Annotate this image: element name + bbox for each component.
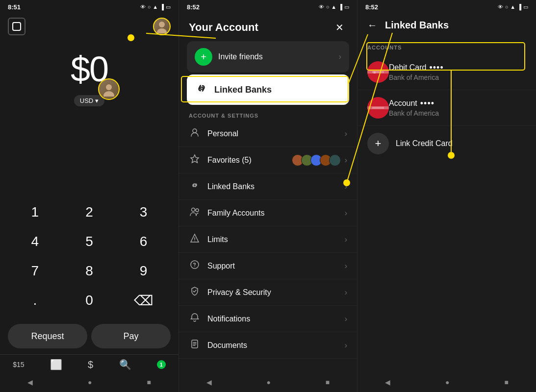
wifi-icon-2: ▲ — [331, 4, 336, 10]
key-2[interactable]: 2 — [70, 198, 109, 226]
time-1: 8:51 — [8, 3, 21, 11]
sys-nav-2: ◀ ● ■ — [179, 374, 357, 392]
back-sys-icon-2[interactable]: ◀ — [206, 378, 212, 386]
svg-rect-0 — [13, 23, 21, 30]
support-menu-item[interactable]: Support › — [179, 253, 357, 279]
home-sys-icon-3[interactable]: ● — [445, 378, 449, 386]
documents-chevron-icon: › — [345, 341, 347, 350]
bell-icon — [189, 313, 201, 325]
close-button[interactable]: ✕ — [332, 20, 347, 35]
link-chain-icon — [195, 81, 208, 98]
svg-text:≡: ≡ — [373, 70, 376, 75]
back-sys-icon[interactable]: ◀ — [27, 378, 33, 386]
avatar-image — [154, 19, 170, 34]
eye-icon: 👁 — [140, 4, 146, 10]
key-1[interactable]: 1 — [15, 198, 54, 226]
key-7[interactable]: 7 — [15, 257, 54, 285]
family-left: Family Accounts — [189, 207, 264, 219]
nav-activity[interactable]: 1 — [157, 360, 166, 369]
key-5[interactable]: 5 — [70, 228, 109, 255]
key-dot[interactable]: . — [15, 287, 54, 314]
shield-icon — [189, 286, 201, 298]
key-3[interactable]: 3 — [124, 198, 163, 226]
key-0[interactable]: 0 — [70, 287, 109, 314]
numpad-row-4: . 0 ⌫ — [8, 287, 171, 314]
key-8[interactable]: 8 — [70, 257, 109, 285]
boa-icon-account — [367, 97, 389, 119]
nav-card[interactable]: ⬜ — [50, 359, 62, 370]
panel-linked-banks: 8:52 👁 ○ ▲ ▐ ▭ ← Linked Banks ACCOUNTS ≡ — [357, 0, 536, 392]
account-name: Account — [389, 99, 417, 108]
fav-avatar-5 — [329, 154, 341, 166]
action-buttons: Request Pay — [0, 320, 179, 354]
nav-balance[interactable]: $15 — [13, 361, 24, 368]
family-accounts-label: Family Accounts — [207, 209, 264, 218]
linked-banks-label: Linked Banks — [214, 85, 272, 95]
personal-menu-item[interactable]: Personal › — [179, 121, 357, 147]
activity-badge: 1 — [157, 360, 166, 369]
home-sys-icon[interactable]: ● — [88, 378, 92, 386]
request-button[interactable]: Request — [8, 324, 87, 348]
pay-button[interactable]: Pay — [91, 324, 171, 348]
personal-chevron-icon: › — [345, 129, 347, 138]
status-icons-3: 👁 ○ ▲ ▐ ▭ — [498, 4, 528, 10]
debit-card-mask: •••• — [429, 63, 443, 73]
search-nav-icon: 🔍 — [119, 359, 131, 370]
card-nav-icon: ⬜ — [50, 359, 62, 370]
favorites-menu-item[interactable]: Favorites (5) › — [179, 147, 357, 173]
numpad-row-1: 1 2 3 — [8, 198, 171, 226]
recents-sys-icon-2[interactable]: ■ — [326, 378, 330, 386]
debit-card-info: Debit Card •••• Bank of America — [389, 63, 526, 82]
notifications-menu-item[interactable]: Notifications › — [179, 306, 357, 332]
panel1-header — [0, 14, 179, 39]
family-accounts-menu-item[interactable]: Family Accounts › — [179, 200, 357, 226]
account-item[interactable]: Account •••• Bank of America — [357, 90, 536, 126]
key-6[interactable]: 6 — [124, 228, 163, 255]
user-avatar-header[interactable] — [153, 18, 171, 35]
circle-icon-3: ○ — [505, 4, 509, 10]
battery-icon: ▭ — [166, 4, 171, 10]
support-chevron-icon: › — [345, 262, 347, 270]
yellow-dot-1 — [128, 34, 134, 41]
status-bar-3: 8:52 👁 ○ ▲ ▐ ▭ — [357, 0, 536, 14]
linked-banks-menu-left: Linked Banks — [189, 180, 255, 193]
invite-friends-banner[interactable]: + Invite friends › — [187, 41, 349, 73]
linked-banks-menu-item[interactable]: Linked Banks › — [179, 173, 357, 200]
svg-point-3 — [106, 84, 112, 90]
boa-icon-debit: ≡ — [367, 61, 389, 83]
recents-sys-icon[interactable]: ■ — [147, 378, 151, 386]
status-bar-2: 8:52 👁 ○ ▲ ▐ ▭ — [179, 0, 357, 14]
back-sys-icon-3[interactable]: ◀ — [385, 378, 390, 386]
document-icon — [189, 339, 201, 351]
link-credit-card-label: Link Credit Card — [396, 139, 453, 148]
back-button[interactable]: ← — [367, 20, 377, 31]
sys-nav-1: ◀ ● ■ — [0, 374, 179, 392]
time-3: 8:52 — [365, 3, 378, 11]
privacy-menu-item[interactable]: Privacy & Security › — [179, 279, 357, 306]
family-chevron-icon: › — [345, 209, 347, 218]
personal-label: Personal — [207, 129, 238, 138]
linked-banks-left: Linked Banks — [195, 81, 272, 98]
limits-menu-item[interactable]: Limits › — [179, 226, 357, 253]
linked-banks-banner[interactable]: Linked Banks — [187, 74, 349, 105]
currency-label: USD — [80, 97, 93, 104]
debit-card-item[interactable]: ≡ Debit Card •••• Bank of America — [357, 54, 536, 90]
key-4[interactable]: 4 — [15, 228, 54, 255]
status-icons-1: 👁 ○ ▲ ▐ ▭ — [140, 4, 171, 10]
nav-search[interactable]: 🔍 — [119, 359, 131, 370]
wifi-icon: ▲ — [153, 4, 158, 10]
favorites-left: Favorites (5) — [189, 154, 252, 166]
home-sys-icon-2[interactable]: ● — [267, 378, 271, 386]
link-credit-card-item[interactable]: + Link Credit Card — [357, 126, 536, 161]
limits-chevron-icon: › — [345, 235, 347, 244]
key-backspace[interactable]: ⌫ — [124, 287, 163, 314]
support-left: Support — [189, 260, 235, 272]
key-9[interactable]: 9 — [124, 257, 163, 285]
favorites-chevron-icon: › — [345, 156, 347, 165]
family-icon — [189, 207, 201, 219]
mini-avatar-container — [98, 78, 120, 100]
account-mask: •••• — [420, 98, 434, 109]
nav-dollar[interactable]: $ — [88, 359, 93, 370]
documents-menu-item[interactable]: Documents › — [179, 332, 357, 359]
recents-sys-icon-3[interactable]: ■ — [505, 378, 509, 386]
